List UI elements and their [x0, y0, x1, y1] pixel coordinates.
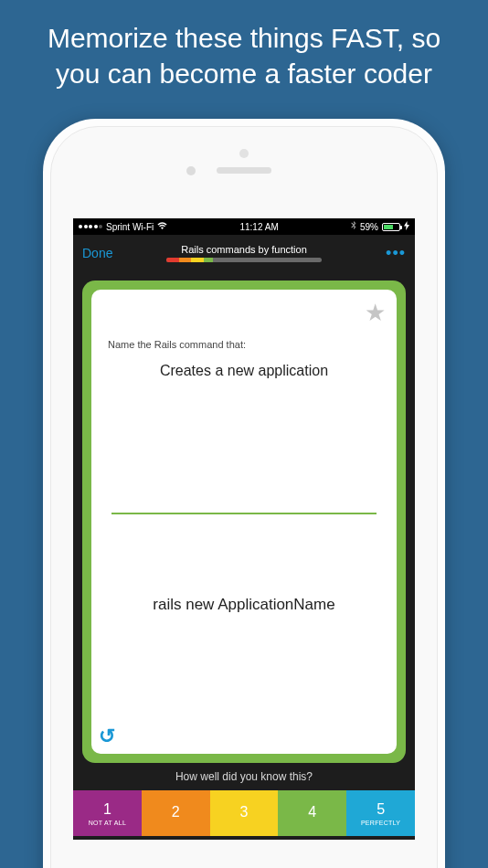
battery-percent: 59%: [360, 222, 378, 232]
star-icon[interactable]: ★: [365, 299, 386, 327]
rating-button-1[interactable]: 1NOT AT ALL: [73, 790, 142, 836]
status-time: 11:12 AM: [239, 222, 278, 232]
signal-strength-icon: [79, 225, 102, 228]
rating-number: 1: [103, 801, 111, 818]
flashcard[interactable]: ★ Name the Rails command that: Creates a…: [82, 281, 406, 763]
bluetooth-icon: [351, 221, 356, 232]
phone-screen: Sprint Wi-Fi 11:12 AM 59%: [73, 218, 415, 840]
phone-bezel: Sprint Wi-Fi 11:12 AM 59%: [50, 126, 438, 868]
card-area: ★ Name the Rails command that: Creates a…: [73, 271, 415, 763]
promo-line-1: Memorize these things FAST, so: [18, 20, 470, 56]
done-button[interactable]: Done: [82, 246, 112, 260]
deck-title: Rails commands by function: [166, 244, 322, 255]
rating-number: 3: [240, 804, 249, 820]
rating-row: 1NOT AT ALL2345PERFECTLY: [73, 790, 415, 836]
rating-button-4[interactable]: 4: [278, 790, 346, 836]
rating-button-3[interactable]: 3: [210, 790, 279, 836]
progress-bar: [166, 258, 322, 262]
answer-text: rails new ApplicationName: [108, 596, 380, 614]
charging-icon: [404, 221, 409, 232]
promo-headline: Memorize these things FAST, so you can b…: [0, 0, 488, 91]
rating-label: NOT AT ALL: [89, 820, 127, 826]
status-bar: Sprint Wi-Fi 11:12 AM 59%: [73, 218, 415, 235]
rating-button-2[interactable]: 2: [142, 790, 210, 836]
carrier-label: Sprint Wi-Fi: [106, 222, 154, 232]
rating-prompt: How well did you know this?: [73, 763, 415, 790]
rating-button-5[interactable]: 5PERFECTLY: [346, 790, 415, 836]
proximity-sensor-icon: [239, 149, 249, 158]
rating-number: 5: [377, 801, 385, 818]
flip-icon[interactable]: ↺: [99, 725, 115, 748]
front-camera-icon: [186, 166, 196, 175]
rating-number: 4: [308, 804, 316, 820]
wifi-icon: [157, 222, 167, 232]
battery-icon: [382, 223, 400, 231]
prompt-text: Creates a new application: [108, 363, 380, 379]
rating-number: 2: [172, 804, 180, 820]
rating-footer: How well did you know this? 1NOT AT ALL2…: [73, 763, 415, 840]
card-divider: [111, 513, 377, 514]
phone-frame: Sprint Wi-Fi 11:12 AM 59%: [43, 119, 445, 868]
speaker-icon: [217, 167, 271, 174]
promo-line-2: you can become a faster coder: [18, 56, 470, 91]
nav-bar: Done Rails commands by function •••: [73, 235, 415, 271]
prompt-label: Name the Rails command that:: [108, 339, 380, 350]
more-menu-icon[interactable]: •••: [386, 244, 406, 263]
rating-label: PERFECTLY: [361, 820, 400, 826]
